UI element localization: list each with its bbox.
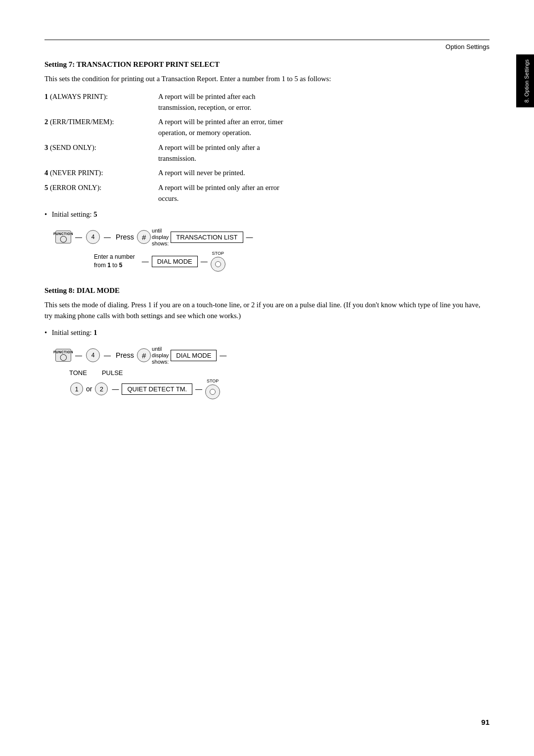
until-label: until <box>152 228 162 234</box>
side-tab: 8. Option Settings <box>516 54 534 107</box>
list-item: 2 (ERR/TIMER/MEM): A report will be prin… <box>44 117 490 139</box>
setting8-heading: Setting 8: DIAL MODE <box>44 286 490 295</box>
shows-label: shows: <box>152 240 169 247</box>
dash8-5: — <box>195 385 202 393</box>
dial-mode-box-2: DIAL MODE <box>171 350 217 361</box>
display-label: display <box>152 234 169 240</box>
diagram-row-top: FUNCTION ◯ — 4 — Press # until display <box>54 228 490 247</box>
dash8-3: — <box>220 351 226 359</box>
until-group: until display shows: <box>152 228 169 247</box>
hash-symbol: # <box>142 233 146 241</box>
page-container: 8. Option Settings Option Settings Setti… <box>0 0 534 756</box>
item-label: 1 (ALWAYS PRINT): <box>44 92 158 113</box>
setting7-list: 1 (ALWAYS PRINT): A report will be print… <box>44 92 490 204</box>
item-desc: A report will be printed only after an e… <box>158 183 490 204</box>
hash-symbol-2: # <box>142 351 146 360</box>
page-number: 91 <box>481 718 490 726</box>
until-group-2: until display shows: <box>152 346 169 366</box>
button-4-label: 4 <box>91 234 95 240</box>
setting7-section: Setting 7: TRANSACTION REPORT PRINT SELE… <box>44 60 490 272</box>
display-label-2: display <box>152 352 169 359</box>
item-desc: A report will be printed after eachtrans… <box>158 92 490 113</box>
item-desc: A report will be printed after an error,… <box>158 117 490 139</box>
item-desc: A report will be printed only after atra… <box>158 142 490 164</box>
dash8-4: — <box>112 385 119 393</box>
button-2-label: 2 <box>100 385 103 393</box>
tone-pulse-labels: TONE PULSE <box>69 369 490 377</box>
setting8-section: Setting 8: DIAL MODE This sets the mode … <box>44 286 490 401</box>
item-label: 3 (SEND ONLY): <box>44 142 158 164</box>
setting7-intro: This sets the condition for printing out… <box>44 74 490 85</box>
dash4: — <box>142 257 149 265</box>
stop-button-2 <box>205 384 220 399</box>
list-item: 3 (SEND ONLY): A report will be printed … <box>44 142 490 164</box>
button-4-2-label: 4 <box>91 352 95 359</box>
dash5: — <box>201 257 208 265</box>
dash2: — <box>104 233 111 241</box>
button-1-label: 1 <box>75 385 78 393</box>
enter-number-text: Enter a number <box>94 253 135 261</box>
setting8-diagram: FUNCTION ◯ — 4 — Press # until display <box>54 346 490 402</box>
item-desc: A report will never be printed. <box>158 168 490 179</box>
setting8-intro: This sets the mode of dialing. Press 1 i… <box>44 300 490 322</box>
dash3: — <box>246 233 253 241</box>
stop-label-2: STOP <box>207 378 219 383</box>
shows-label-2: shows: <box>152 359 169 365</box>
side-tab-text: 8. Option Settings <box>523 59 530 102</box>
pulse-label: PULSE <box>102 369 123 377</box>
diagram-row-bottom: Enter a number from 1 to 5 — DIAL MODE —… <box>94 251 490 272</box>
transaction-list-box: TRANSACTION LIST <box>171 232 243 243</box>
button-4-2: 4 <box>86 348 100 362</box>
setting7-initial: • Initial setting: 5 <box>44 210 490 219</box>
list-item: 1 (ALWAYS PRINT): A report will be print… <box>44 92 490 113</box>
list-item: 4 (NEVER PRINT): A report will never be … <box>44 168 490 179</box>
quiet-detect-box: QUIET DETECT TM. <box>122 383 192 395</box>
dash1: — <box>75 233 82 241</box>
press-label-2: Press <box>116 351 134 359</box>
item-label: 5 (ERROR ONLY): <box>44 183 158 204</box>
stop-group-2: STOP <box>205 378 220 399</box>
button-1: 1 <box>70 382 83 395</box>
dial-mode-box: DIAL MODE <box>152 256 198 267</box>
stop-label: STOP <box>212 251 224 256</box>
diagram8-row-bottom: 1 or 2 — QUIET DETECT TM. — STOP <box>69 378 490 399</box>
dash8-1: — <box>75 351 82 359</box>
tone-label: TONE <box>69 369 87 377</box>
from-1-to-5-text: from 1 to 5 <box>94 261 135 270</box>
stop-group: STOP <box>211 251 225 272</box>
hash-button-2: # <box>137 348 151 362</box>
stop-button <box>211 257 225 272</box>
stop-button-2-inner <box>210 389 216 395</box>
diagram8-row-top: FUNCTION ◯ — 4 — Press # until display <box>54 346 490 366</box>
stop-button-inner <box>215 261 221 267</box>
header-divider <box>44 40 490 40</box>
function-button-2: FUNCTION ◯ <box>55 349 71 362</box>
button-4: 4 <box>86 230 100 244</box>
function-button: FUNCTION ◯ <box>55 231 71 243</box>
header-text: Option Settings <box>44 43 490 50</box>
item-label: 4 (NEVER PRINT): <box>44 168 158 179</box>
hash-button: # <box>137 230 151 244</box>
dash8-2: — <box>104 351 111 359</box>
press-label: Press <box>116 233 134 241</box>
list-item: 5 (ERROR ONLY): A report will be printed… <box>44 183 490 204</box>
item-label: 2 (ERR/TIMER/MEM): <box>44 117 158 139</box>
until-label-2: until <box>152 346 162 352</box>
or-text: or <box>86 385 92 393</box>
setting8-initial: • Initial setting: 1 <box>44 329 490 337</box>
button-2: 2 <box>95 382 108 395</box>
setting7-heading: Setting 7: TRANSACTION REPORT PRINT SELE… <box>44 60 490 69</box>
setting7-diagram: FUNCTION ◯ — 4 — Press # until display <box>54 228 490 272</box>
